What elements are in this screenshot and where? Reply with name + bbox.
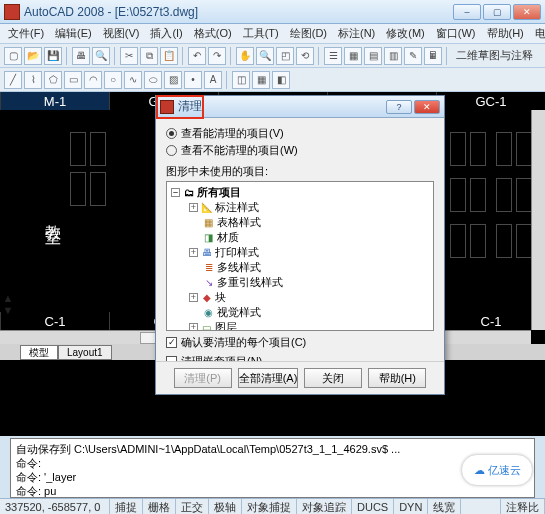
expand-icon[interactable]: + (189, 323, 198, 331)
radio-cannot-purge[interactable]: 查看不能清理的项目(W) (166, 143, 434, 158)
menu-file[interactable]: 文件(F) (3, 24, 49, 43)
app-title: AutoCAD 2008 - [E:\0527t3.dwg] (24, 5, 453, 19)
tree-item[interactable]: +🖶打印样式 (171, 245, 429, 260)
menu-insert[interactable]: 插入(I) (145, 24, 187, 43)
tree-item[interactable]: ▦表格样式 (171, 215, 429, 230)
radio-label: 查看能清理的项目(V) (181, 126, 284, 141)
ellipse-icon[interactable]: ⬭ (144, 71, 162, 89)
workspace-label[interactable]: 二维草图与注释 (452, 48, 537, 63)
cut-icon[interactable]: ✂ (120, 47, 138, 65)
design-center-icon[interactable]: ▦ (344, 47, 362, 65)
tree-item-label: 视觉样式 (217, 305, 261, 320)
status-ducs[interactable]: DUCS (352, 499, 394, 514)
tab-model[interactable]: 模型 (20, 345, 58, 360)
purge-tree[interactable]: – 🗂 所有项目 +📐标注样式▦表格样式◨材质+🖶打印样式≣多线样式↘多重引线样… (166, 181, 434, 331)
menu-edit[interactable]: 编辑(E) (50, 24, 97, 43)
close-button[interactable]: 关闭 (304, 368, 362, 388)
tree-item[interactable]: ◨材质 (171, 230, 429, 245)
tree-item-label: 多线样式 (217, 260, 261, 275)
tree-item[interactable]: +▭图层 (171, 320, 429, 331)
tree-item[interactable]: +📐标注样式 (171, 200, 429, 215)
check-confirm-each[interactable]: ✓ 确认要清理的每个项目(C) (166, 335, 434, 350)
dialog-close-icon[interactable]: ✕ (414, 100, 440, 114)
zoom-window-icon[interactable]: ◰ (276, 47, 294, 65)
text-icon[interactable]: A (204, 71, 222, 89)
region-icon[interactable]: ◧ (272, 71, 290, 89)
menu-tools[interactable]: 工具(T) (238, 24, 284, 43)
window-buttons: – ▢ ✕ (453, 4, 541, 20)
status-grid[interactable]: 栅格 (143, 499, 176, 514)
menu-window[interactable]: 窗口(W) (431, 24, 481, 43)
type-icon: 📐 (200, 201, 213, 214)
radio-can-purge[interactable]: 查看能清理的项目(V) (166, 126, 434, 141)
purge-all-button[interactable]: 全部清理(A) (238, 368, 299, 388)
dialog-titlebar[interactable]: 清理 ? ✕ (156, 96, 444, 118)
copy-icon[interactable]: ⧉ (140, 47, 158, 65)
scrollbar-vertical[interactable] (531, 110, 545, 330)
circle-icon[interactable]: ○ (104, 71, 122, 89)
tree-item[interactable]: +◆块 (171, 290, 429, 305)
block-icon[interactable]: ◫ (232, 71, 250, 89)
save-icon[interactable]: 💾 (44, 47, 62, 65)
collapse-icon[interactable]: – (171, 188, 180, 197)
menu-dim[interactable]: 标注(N) (333, 24, 380, 43)
menu-help[interactable]: 帮助(H) (482, 24, 529, 43)
markup-icon[interactable]: ✎ (404, 47, 422, 65)
line-icon[interactable]: ╱ (4, 71, 22, 89)
new-icon[interactable]: ▢ (4, 47, 22, 65)
tree-item[interactable]: ↘多重引线样式 (171, 275, 429, 290)
pan-icon[interactable]: ✋ (236, 47, 254, 65)
menu-view[interactable]: 视图(V) (98, 24, 145, 43)
open-icon[interactable]: 📂 (24, 47, 42, 65)
expand-icon[interactable]: + (189, 203, 198, 212)
tab-layout1[interactable]: Layout1 (58, 345, 112, 360)
expand-icon[interactable]: + (189, 248, 198, 257)
dialog-help-icon[interactable]: ? (386, 100, 412, 114)
paste-icon[interactable]: 📋 (160, 47, 178, 65)
sheet-set-icon[interactable]: ▥ (384, 47, 402, 65)
status-snap[interactable]: 捕捉 (110, 499, 143, 514)
status-polar[interactable]: 极轴 (209, 499, 242, 514)
close-button[interactable]: ✕ (513, 4, 541, 20)
point-icon[interactable]: • (184, 71, 202, 89)
expand-icon[interactable]: + (189, 293, 198, 302)
zoom-prev-icon[interactable]: ⟲ (296, 47, 314, 65)
tree-item[interactable]: ◉视觉样式 (171, 305, 429, 320)
arc-icon[interactable]: ◠ (84, 71, 102, 89)
tool-palette-icon[interactable]: ▤ (364, 47, 382, 65)
plot-preview-icon[interactable]: 🔍 (92, 47, 110, 65)
zoom-icon[interactable]: 🔍 (256, 47, 274, 65)
table-icon[interactable]: ▦ (252, 71, 270, 89)
props-icon[interactable]: ☰ (324, 47, 342, 65)
menu-epaper[interactable]: 电子报纸(X) (530, 24, 545, 43)
help-button[interactable]: 帮助(H) (368, 368, 426, 388)
status-ortho[interactable]: 正交 (176, 499, 209, 514)
menu-format[interactable]: 格式(O) (189, 24, 237, 43)
purge-button[interactable]: 清理(P) (174, 368, 232, 388)
col-label: GC-1 (436, 92, 545, 110)
rect-icon[interactable]: ▭ (64, 71, 82, 89)
pline-icon[interactable]: ⌇ (24, 71, 42, 89)
minimize-button[interactable]: – (453, 4, 481, 20)
polygon-icon[interactable]: ⬠ (44, 71, 62, 89)
calc-icon[interactable]: 🖩 (424, 47, 442, 65)
check-nested[interactable]: 清理嵌套项目(N) (166, 354, 434, 361)
status-dyn[interactable]: DYN (394, 499, 428, 514)
redo-icon[interactable]: ↷ (208, 47, 226, 65)
print-icon[interactable]: 🖶 (72, 47, 90, 65)
status-lwt[interactable]: 线宽 (428, 499, 461, 514)
command-window[interactable]: 自动保存到 C:\Users\ADMINI~1\AppData\Local\Te… (10, 438, 535, 498)
status-osnap[interactable]: 对象捕捉 (242, 499, 297, 514)
spline-icon[interactable]: ∿ (124, 71, 142, 89)
menu-draw[interactable]: 绘图(D) (285, 24, 332, 43)
status-annoscale[interactable]: 注释比 (501, 499, 545, 514)
tree-item[interactable]: ≣多线样式 (171, 260, 429, 275)
tree-root[interactable]: – 🗂 所有项目 (171, 185, 429, 200)
menu-modify[interactable]: 修改(M) (381, 24, 430, 43)
hatch-icon[interactable]: ▨ (164, 71, 182, 89)
watermark-text: 亿速云 (488, 463, 521, 478)
type-icon: ≣ (202, 261, 215, 274)
status-otrack[interactable]: 对象追踪 (297, 499, 352, 514)
undo-icon[interactable]: ↶ (188, 47, 206, 65)
maximize-button[interactable]: ▢ (483, 4, 511, 20)
